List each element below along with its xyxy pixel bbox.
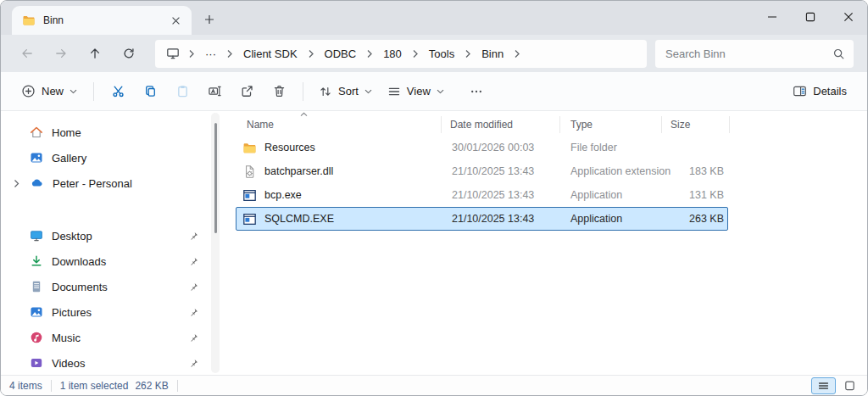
chevron-right-icon[interactable] (305, 46, 317, 62)
chevron-right-icon[interactable] (511, 46, 523, 62)
column-header-size[interactable]: Size (662, 116, 730, 133)
view-toggles (811, 377, 862, 394)
breadcrumb-odbc[interactable]: ODBC (317, 43, 364, 64)
sidebar-scrollbar-thumb[interactable] (214, 123, 217, 233)
column-header-name[interactable]: Name (221, 116, 442, 133)
breadcrumb-overflow[interactable]: ··· (198, 43, 224, 64)
navigation-pane: Home Gallery Peter - Personal Desktop (1, 111, 221, 375)
videos-icon (30, 356, 43, 370)
cut-icon[interactable] (102, 77, 134, 106)
toolbar-divider (93, 82, 94, 101)
file-name: SQLCMD.EXE (264, 213, 334, 225)
sidebar-item-downloads[interactable]: Downloads (1, 248, 221, 274)
close-icon[interactable] (829, 1, 867, 33)
command-toolbar: New Sort View (1, 72, 867, 111)
sidebar-item-label: Home (52, 126, 209, 139)
sidebar-scrollbar[interactable] (211, 113, 220, 373)
sidebar-item-videos[interactable]: Videos (1, 350, 221, 376)
sort-ascending-icon (300, 112, 308, 117)
tab-close-icon[interactable] (166, 11, 185, 30)
breadcrumb-client-sdk[interactable]: Client SDK (236, 43, 305, 64)
status-divider (51, 380, 52, 392)
sidebar-item-label: Documents (52, 281, 180, 293)
music-icon (30, 331, 43, 344)
back-icon[interactable] (13, 39, 42, 68)
sidebar-item-home[interactable]: Home (1, 120, 221, 145)
file-size: 263 KB (663, 213, 729, 225)
view-button[interactable]: View (380, 77, 452, 106)
column-header-date-modified[interactable]: Date modified (442, 116, 560, 133)
file-date: 21/10/2025 13:43 (442, 213, 561, 225)
breadcrumb-180[interactable]: 180 (376, 43, 409, 64)
chevron-right-icon[interactable] (409, 46, 421, 62)
forward-icon[interactable] (47, 39, 75, 68)
copy-icon[interactable] (134, 77, 166, 106)
pinned-group: Desktop Downloads Documents Pictures (1, 223, 221, 376)
search-icon (832, 47, 845, 60)
details-view-toggle[interactable] (811, 377, 836, 394)
desktop-icon (30, 229, 43, 243)
search-input[interactable] (665, 47, 832, 60)
sidebar-item-label: Desktop (52, 230, 180, 243)
pictures-icon (30, 305, 43, 319)
table-row-batchparser-dll[interactable]: batchparser.dll 21/10/2025 13:43 Applica… (236, 159, 728, 183)
chevron-right-icon[interactable] (224, 46, 236, 62)
file-explorer-window: Binn (0, 0, 868, 396)
exe-file-icon (242, 188, 257, 203)
sidebar-item-gallery[interactable]: Gallery (1, 145, 221, 170)
icons-view-toggle[interactable] (837, 377, 862, 394)
maximize-icon[interactable] (791, 1, 829, 33)
sidebar-item-documents[interactable]: Documents (1, 274, 221, 299)
chevron-right-icon[interactable] (13, 179, 20, 188)
chevron-down-icon (364, 89, 372, 94)
sidebar-item-onedrive[interactable]: Peter - Personal (1, 170, 221, 196)
file-name: bcp.exe (264, 189, 302, 201)
table-row-resources[interactable]: Resources 30/01/2026 00:03 File folder (236, 136, 728, 159)
new-button-label: New (42, 85, 64, 98)
breadcrumb-tools[interactable]: Tools (421, 43, 462, 64)
minimize-icon[interactable] (753, 1, 791, 33)
chevron-down-icon (437, 89, 444, 94)
details-pane-button[interactable]: Details (786, 77, 854, 106)
table-row-sqlcmd-exe-selected[interactable]: SQLCMD.EXE 21/10/2025 13:43 Application … (236, 207, 728, 231)
tab-binn[interactable]: Binn (12, 6, 192, 35)
paste-icon[interactable] (166, 77, 198, 106)
file-name: Resources (264, 142, 315, 153)
file-rows: Resources 30/01/2026 00:03 File folder b… (236, 136, 867, 231)
breadcrumb-binn[interactable]: Binn (474, 43, 511, 64)
more-options-icon[interactable] (460, 77, 492, 106)
chevron-down-icon (70, 89, 77, 94)
table-row-bcp-exe[interactable]: bcp.exe 21/10/2025 13:43 Application 131… (236, 183, 728, 207)
rename-icon[interactable] (198, 77, 231, 106)
chevron-right-icon[interactable] (186, 46, 198, 62)
column-header-type[interactable]: Type (560, 116, 662, 133)
view-button-label: View (407, 85, 431, 98)
onedrive-icon (30, 176, 44, 190)
delete-icon[interactable] (263, 77, 295, 106)
gallery-icon (30, 151, 43, 165)
sidebar-item-pictures[interactable]: Pictures (1, 299, 221, 325)
sidebar-item-desktop[interactable]: Desktop (1, 223, 221, 248)
sidebar-item-label: Videos (52, 357, 180, 370)
refresh-icon[interactable] (114, 39, 143, 68)
folder-icon (242, 141, 257, 155)
toolbar-divider (303, 82, 303, 101)
new-tab-button[interactable] (197, 8, 222, 31)
sidebar-item-music[interactable]: Music (1, 325, 221, 350)
status-bar: 4 items 1 item selected 262 KB (1, 375, 867, 395)
chevron-right-icon[interactable] (364, 46, 376, 62)
share-icon[interactable] (231, 77, 263, 106)
pin-icon (188, 307, 199, 318)
new-button[interactable]: New (13, 77, 86, 106)
this-pc-icon[interactable] (160, 42, 186, 64)
file-list-pane: Name Date modified Type Size Resources 3… (221, 111, 867, 375)
pin-icon (188, 282, 199, 293)
file-type: Application (561, 189, 663, 201)
explorer-body: Home Gallery Peter - Personal Desktop (1, 111, 867, 375)
pin-icon (188, 256, 199, 267)
sort-button[interactable]: Sort (311, 77, 380, 106)
chevron-right-icon[interactable] (462, 46, 474, 62)
up-icon[interactable] (81, 39, 109, 68)
file-date: 21/10/2025 13:43 (442, 165, 561, 177)
sidebar-item-label: Music (52, 332, 180, 344)
